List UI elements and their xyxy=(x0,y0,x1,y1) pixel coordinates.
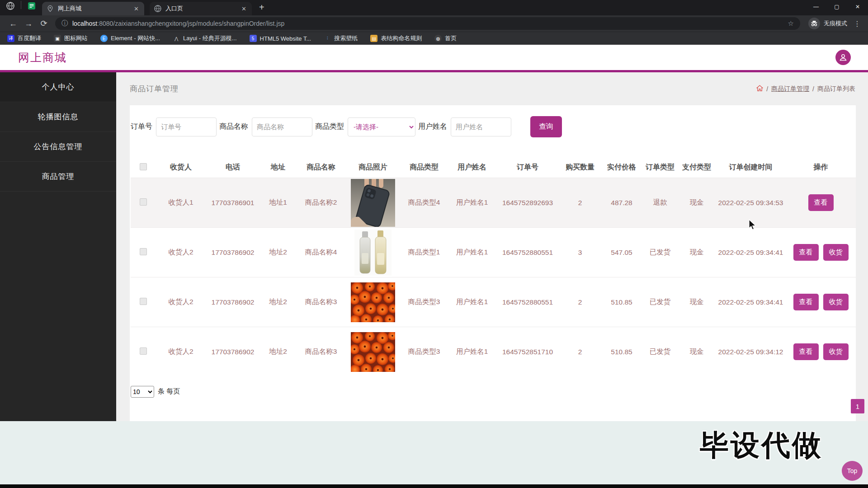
person-icon xyxy=(839,53,848,62)
bookmark-item[interactable]: ⫶搜索壁纸 xyxy=(324,34,358,42)
cell-created: 2022-02-25 09:34:41 xyxy=(716,277,786,327)
url-field[interactable]: ⓘ localhost :8080/zaixianshangchengxiton… xyxy=(55,17,800,30)
cell-user-name: 用户姓名1 xyxy=(448,277,496,327)
browser-menu-icon[interactable]: ⋮ xyxy=(852,19,863,28)
cell-order-no: 1645752851710 xyxy=(496,327,559,377)
tab-close-icon[interactable]: ✕ xyxy=(133,5,140,12)
cell-created: 2022-02-25 09:34:53 xyxy=(716,178,786,228)
app-logo[interactable]: 网上商城 xyxy=(18,50,67,65)
site-info-icon[interactable]: ⓘ xyxy=(61,19,68,28)
cell-product-name: 商品名称2 xyxy=(296,178,346,228)
browser-tab-inactive[interactable]: 入口页 ✕ xyxy=(150,2,252,15)
view-button[interactable]: 查看 xyxy=(808,194,834,211)
cell-actions: 查看收货 xyxy=(786,228,856,277)
receive-button[interactable]: 收货 xyxy=(823,343,849,360)
cell-actions: 查看收货 xyxy=(786,277,856,327)
footer: 毕设代做 Top xyxy=(0,421,868,484)
home-icon[interactable] xyxy=(756,85,763,93)
cell-order-type: 已发货 xyxy=(642,327,678,377)
bookmark-item[interactable]: 5HTML5 Website T... xyxy=(250,35,311,42)
forward-button[interactable]: → xyxy=(21,19,36,28)
cell-order-no: 1645752880551 xyxy=(496,228,559,277)
window-close-button[interactable]: ✕ xyxy=(847,0,868,14)
cell-product-name: 商品名称3 xyxy=(296,327,346,377)
cell-pay-type: 现金 xyxy=(678,178,716,228)
breadcrumb-link-order-management[interactable]: 商品订单管理 xyxy=(771,85,809,93)
receive-button[interactable]: 收货 xyxy=(823,244,849,261)
bookmark-item[interactable]: ◍首页 xyxy=(434,34,457,42)
back-button[interactable]: ← xyxy=(5,19,21,28)
view-button[interactable]: 查看 xyxy=(793,294,819,310)
browser-globe-icon[interactable] xyxy=(6,2,14,12)
receive-button[interactable]: 收货 xyxy=(823,294,849,310)
product-photo-flowers-image xyxy=(351,332,395,372)
row-checkbox[interactable] xyxy=(140,198,147,206)
tab-close-icon[interactable]: ✕ xyxy=(241,5,247,12)
new-tab-button[interactable]: + xyxy=(259,2,264,13)
row-checkbox[interactable] xyxy=(140,248,147,255)
col-user-name: 用户姓名 xyxy=(448,158,496,178)
cell-created: 2022-02-25 09:34:12 xyxy=(716,327,786,377)
col-product-photo: 商品照片 xyxy=(346,158,400,178)
pinned-sheet-icon[interactable] xyxy=(28,2,36,12)
bookmark-item[interactable]: 译百度翻译 xyxy=(7,34,41,42)
view-button[interactable]: 查看 xyxy=(793,343,819,360)
cell-phone: 17703786902 xyxy=(206,277,260,327)
search-button[interactable]: 查询 xyxy=(530,116,562,137)
cell-consignee: 收货人2 xyxy=(156,228,206,277)
select-all-checkbox[interactable] xyxy=(140,163,147,170)
bookmark-item[interactable]: ⋀Layui - 经典开源模... xyxy=(173,34,236,42)
table-header-row: 收货人 电话 地址 商品名称 商品照片 商品类型 用户姓名 订单号 购买数量 实… xyxy=(131,158,856,178)
product-type-select[interactable]: -请选择- xyxy=(348,117,415,136)
product-name-input[interactable] xyxy=(252,117,312,136)
cell-pay-type: 现金 xyxy=(678,327,716,377)
cell-price: 510.85 xyxy=(601,277,642,327)
cell-phone: 17703786902 xyxy=(206,327,260,377)
browser-tab-active[interactable]: 网上商城 ✕ xyxy=(42,2,144,15)
cell-address: 地址2 xyxy=(260,228,296,277)
col-pay-type: 支付类型 xyxy=(678,158,716,178)
order-no-input[interactable] xyxy=(156,117,217,136)
cell-order-no: 1645752880551 xyxy=(496,277,559,327)
col-order-type: 订单类型 xyxy=(642,158,678,178)
minimize-button[interactable]: — xyxy=(806,0,826,14)
product-photo-bottles-image xyxy=(354,230,392,276)
order-no-label: 订单号 xyxy=(131,122,152,131)
tab-title: 网上商城 xyxy=(58,5,133,13)
page-number-badge[interactable]: 1 xyxy=(851,399,864,413)
cell-product-name: 商品名称4 xyxy=(296,228,346,277)
app-header: 网上商城 xyxy=(0,45,868,70)
maximize-button[interactable]: ▢ xyxy=(826,0,847,14)
breadcrumb: / 商品订单管理 / 商品订单列表 xyxy=(756,85,855,93)
sidebar-item-personal-center[interactable]: 个人中心 xyxy=(0,72,116,102)
col-quantity: 购买数量 xyxy=(559,158,601,178)
bookmark-item[interactable]: ▤表结构命名规则 xyxy=(370,34,422,42)
pagination: 10 条 每页 xyxy=(131,386,856,398)
url-host: localhost xyxy=(72,20,97,27)
bookmark-favicon: ▣ xyxy=(54,35,61,42)
sidebar-item-product-management[interactable]: 商品管理 xyxy=(0,162,116,192)
per-page-label: 条 每页 xyxy=(158,387,180,396)
cell-address: 地址1 xyxy=(260,178,296,228)
user-name-label: 用户姓名 xyxy=(418,122,447,131)
bookmark-item[interactable]: EElement - 网站快... xyxy=(100,34,160,42)
cell-consignee: 收货人2 xyxy=(156,277,206,327)
view-button[interactable]: 查看 xyxy=(793,244,819,261)
user-name-input[interactable] xyxy=(451,117,511,136)
reload-button[interactable]: ⟳ xyxy=(36,19,52,28)
divider xyxy=(21,1,21,9)
incognito-label: 无痕模式 xyxy=(824,19,847,28)
user-avatar-button[interactable] xyxy=(835,50,851,65)
cell-phone: 17703786902 xyxy=(206,228,260,277)
product-photo-phone-image xyxy=(351,179,395,227)
row-checkbox[interactable] xyxy=(140,298,147,305)
per-page-select[interactable]: 10 xyxy=(131,386,154,398)
bookmark-item[interactable]: ▣图标网站 xyxy=(54,34,88,42)
back-to-top-button[interactable]: Top xyxy=(842,461,863,481)
bookmark-favicon: 5 xyxy=(250,35,257,42)
sidebar-item-notice-management[interactable]: 公告信息管理 xyxy=(0,132,116,162)
row-checkbox[interactable] xyxy=(140,347,147,355)
col-address: 地址 xyxy=(260,158,296,178)
bookmark-star-icon[interactable]: ☆ xyxy=(788,19,794,28)
sidebar-item-carousel-info[interactable]: 轮播图信息 xyxy=(0,102,116,132)
